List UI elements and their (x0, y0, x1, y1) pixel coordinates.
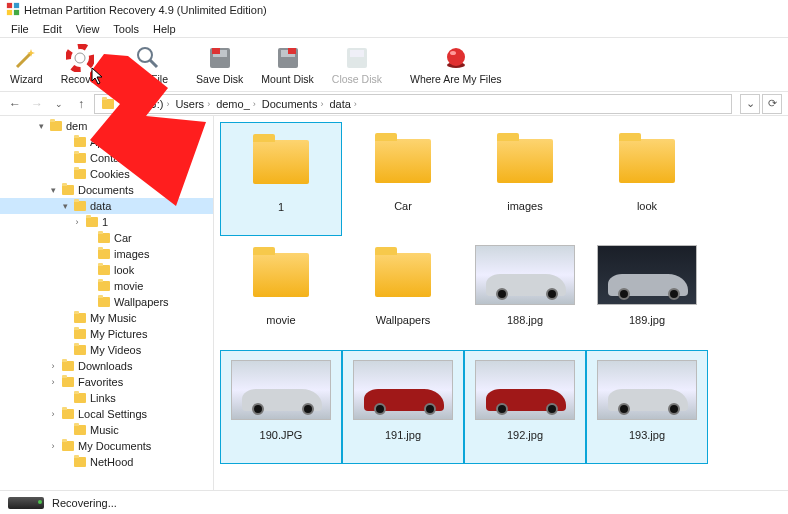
tree-node[interactable]: movie (0, 278, 213, 294)
tree-expander-icon[interactable]: ▾ (48, 185, 58, 195)
app-logo-icon (6, 2, 20, 18)
tree-node[interactable]: Car (0, 230, 213, 246)
crumb-3[interactable]: Documents› (259, 98, 327, 110)
image-thumbnail (353, 357, 453, 423)
image-item[interactable]: 193.jpg (586, 350, 708, 464)
wizard-label: Wizard (10, 73, 43, 85)
folder-icon (73, 136, 87, 148)
nav-history-dropdown[interactable]: ⌄ (50, 95, 68, 113)
folder-icon (231, 242, 331, 308)
tree-expander-icon[interactable]: › (48, 361, 58, 371)
folder-item[interactable]: 1 (220, 122, 342, 236)
folder-tree[interactable]: ▾demApplicati…ContactsCookies▾Documents▾… (0, 116, 214, 490)
tree-expander-icon[interactable]: ▾ (36, 121, 46, 131)
save-label: Save Disk (196, 73, 243, 85)
folder-icon (73, 328, 87, 340)
tree-node[interactable]: images (0, 246, 213, 262)
tree-expander-icon[interactable]: › (72, 217, 82, 227)
tree-node[interactable]: ›Favorites (0, 374, 213, 390)
tree-node-label: My Documents (78, 440, 151, 452)
folder-icon (61, 408, 75, 420)
tree-expander-icon[interactable]: ▾ (60, 201, 70, 211)
menu-view[interactable]: View (69, 21, 107, 37)
folder-icon (73, 152, 87, 164)
tree-node-label: 1 (102, 216, 108, 228)
file-name: images (507, 200, 542, 212)
tree-node[interactable]: ›Local Settings (0, 406, 213, 422)
recover-button[interactable]: Recover (55, 42, 106, 87)
image-item[interactable]: 189.jpg (586, 236, 708, 350)
tree-node[interactable]: ›Downloads (0, 358, 213, 374)
where-files-button[interactable]: Where Are My Files (404, 42, 508, 87)
tree-node[interactable]: ▾Documents (0, 182, 213, 198)
chevron-right-icon: › (166, 99, 169, 109)
mount-disk-button[interactable]: Mount Disk (255, 42, 320, 87)
image-item[interactable]: 191.jpg (342, 350, 464, 464)
image-item[interactable]: 192.jpg (464, 350, 586, 464)
magnifier-icon (134, 44, 162, 72)
folder-icon (231, 129, 331, 195)
menu-edit[interactable]: Edit (36, 21, 69, 37)
chevron-right-icon: › (253, 99, 256, 109)
tree-node[interactable]: My Videos (0, 342, 213, 358)
nav-up-button[interactable]: ↑ (72, 95, 90, 113)
tree-node[interactable]: ›1 (0, 214, 213, 230)
folder-item[interactable]: images (464, 122, 586, 236)
floppy-grey-icon (343, 44, 371, 72)
chevron-right-icon: › (354, 99, 357, 109)
breadcrumb[interactable]: Disk (G:)› Users› demo_› Documents› data… (94, 94, 732, 114)
main: ▾demApplicati…ContactsCookies▾Documents▾… (0, 116, 788, 490)
folder-icon (597, 128, 697, 194)
tree-expander-icon[interactable]: › (48, 377, 58, 387)
file-name: 189.jpg (629, 314, 665, 326)
tree-node[interactable]: Links (0, 390, 213, 406)
tree-node[interactable]: look (0, 262, 213, 278)
menu-tools[interactable]: Tools (106, 21, 146, 37)
crumb-0[interactable]: Disk (G:)› (117, 98, 172, 110)
file-name: 1 (278, 201, 284, 213)
tree-node[interactable]: NetHood (0, 454, 213, 470)
red-button-icon (442, 44, 470, 72)
crumb-label: Documents (262, 98, 318, 110)
folder-item[interactable]: Car (342, 122, 464, 236)
image-item[interactable]: 188.jpg (464, 236, 586, 350)
tree-node[interactable]: ▾data (0, 198, 213, 214)
refresh-button[interactable]: ⟳ (762, 94, 782, 114)
tree-node-label: Applicati… (90, 136, 143, 148)
crumb-2[interactable]: demo_› (213, 98, 259, 110)
tree-node[interactable]: Music (0, 422, 213, 438)
tree-node[interactable]: Cookies (0, 166, 213, 182)
folder-item[interactable]: Wallpapers (342, 236, 464, 350)
nav-back-button[interactable]: ← (6, 95, 24, 113)
tree-node[interactable]: Contacts (0, 150, 213, 166)
tree-expander-icon[interactable]: › (48, 441, 58, 451)
find-file-button[interactable]: Find File (122, 42, 174, 87)
save-disk-button[interactable]: Save Disk (190, 42, 249, 87)
tree-node[interactable]: My Pictures (0, 326, 213, 342)
crumb-1[interactable]: Users› (172, 98, 213, 110)
file-name: 193.jpg (629, 429, 665, 441)
menu-file[interactable]: File (4, 21, 36, 37)
tree-node-label: My Pictures (90, 328, 147, 340)
tree-node[interactable]: ▾dem (0, 118, 213, 134)
tree-node-label: Downloads (78, 360, 132, 372)
folder-item[interactable]: look (586, 122, 708, 236)
tree-node-label: images (114, 248, 149, 260)
image-item[interactable]: 190.JPG (220, 350, 342, 464)
file-view[interactable]: 1CarimageslookmovieWallpapers188.jpg189.… (214, 116, 788, 490)
folder-item[interactable]: movie (220, 236, 342, 350)
mount-label: Mount Disk (261, 73, 314, 85)
tree-node-label: My Videos (90, 344, 141, 356)
tree-node-label: Favorites (78, 376, 123, 388)
history-dropdown-button[interactable]: ⌄ (740, 94, 760, 114)
titlebar: Hetman Partition Recovery 4.9 (Unlimited… (0, 0, 788, 20)
crumb-4[interactable]: data› (326, 98, 359, 110)
tree-node[interactable]: Wallpapers (0, 294, 213, 310)
wizard-button[interactable]: Wizard (4, 42, 49, 87)
tree-node[interactable]: My Music (0, 310, 213, 326)
tree-node[interactable]: Applicati… (0, 134, 213, 150)
svg-rect-3 (14, 10, 19, 15)
tree-expander-icon[interactable]: › (48, 409, 58, 419)
menu-help[interactable]: Help (146, 21, 183, 37)
tree-node[interactable]: ›My Documents (0, 438, 213, 454)
